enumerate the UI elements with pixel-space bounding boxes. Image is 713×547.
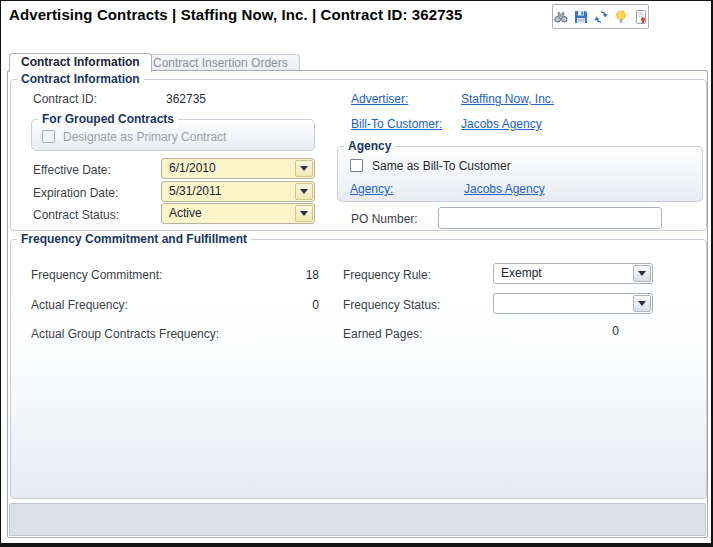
save-icon[interactable] [573,9,589,25]
effective-date-value: 6/1/2010 [169,159,216,178]
frequency-commitment-label: Frequency Commitment: [31,268,162,282]
same-as-bill-to-label: Same as Bill-To Customer [372,159,511,173]
designate-primary-checkbox [42,130,55,143]
expiration-date-combobox[interactable]: 5/31/2011 [161,181,315,202]
chevron-down-icon[interactable] [295,183,313,200]
contract-id-label: Contract ID: [33,92,97,106]
frequency-groupbox: Frequency Commitment and Fulfillment Fre… [10,239,707,499]
report-document-icon[interactable] [633,9,649,25]
tab-label: Contract Information [21,55,140,69]
contract-id-value: 362735 [166,92,206,106]
bill-to-customer-label-link[interactable]: Bill-To Customer: [351,117,442,131]
groupbox-legend: For Grouped Contracts [38,112,178,126]
frequency-status-combobox[interactable] [493,293,653,314]
advertiser-value-link[interactable]: Staffing Now, Inc. [461,92,554,106]
groupbox-legend: Agency [344,139,395,153]
frequency-rule-combobox[interactable]: Exempt [493,263,653,284]
effective-date-combobox[interactable]: 6/1/2010 [161,158,315,179]
actual-group-contracts-frequency-label: Actual Group Contracts Frequency: [31,327,219,341]
expiration-date-label: Expiration Date: [33,186,118,200]
po-number-input[interactable] [438,207,662,229]
effective-date-label: Effective Date: [33,163,111,177]
actual-frequency-label: Actual Frequency: [31,298,128,312]
chevron-down-icon[interactable] [633,295,651,312]
contract-status-label: Contract Status: [33,208,119,222]
frequency-rule-label: Frequency Rule: [343,268,431,282]
actual-frequency-value: 0 [281,298,319,312]
designate-primary-label: Designate as Primary Contract [63,130,226,144]
tab-contract-insertion-orders[interactable]: Contract Insertion Orders [141,54,300,71]
chevron-down-icon[interactable] [295,205,313,222]
frequency-rule-value: Exempt [501,264,542,283]
chevron-down-icon[interactable] [633,265,651,282]
agency-value-link[interactable]: Jacobs Agency [464,182,545,196]
contract-tab-page: Contract Information Contract ID: 362735… [7,70,708,538]
earned-pages-label: Earned Pages: [343,327,422,341]
application-window: Advertising Contracts | Staffing Now, In… [0,0,713,547]
binoculars-search-icon[interactable] [553,9,569,25]
tab-label: Contract Insertion Orders [153,56,288,70]
contract-information-groupbox: Contract Information Contract ID: 362735… [10,79,707,231]
page-title: Advertising Contracts | Staffing Now, In… [9,6,462,23]
agency-groupbox: Agency Same as Bill-To Customer Agency: … [337,146,703,202]
bill-to-customer-value-link[interactable]: Jacobs Agency [461,117,542,131]
expiration-date-value: 5/31/2011 [169,182,222,201]
chevron-down-icon[interactable] [295,160,313,177]
grouped-contracts-groupbox: For Grouped Contracts Designate as Prima… [31,119,315,151]
earned-pages-value: 0 [571,324,619,338]
frequency-commitment-value: 18 [281,268,319,282]
refresh-icon[interactable] [593,9,609,25]
frequency-status-label: Frequency Status: [343,298,440,312]
contract-status-combobox[interactable]: Active [161,203,315,224]
toolbar [552,4,649,29]
advertiser-label-link[interactable]: Advertiser: [351,92,408,106]
status-bar [9,503,706,536]
same-as-bill-to-checkbox[interactable] [350,159,363,172]
agency-label-link[interactable]: Agency: [350,182,393,196]
contract-status-value: Active [169,204,202,223]
tab-contract-information[interactable]: Contract Information [9,53,152,72]
groupbox-legend: Frequency Commitment and Fulfillment [17,232,251,246]
groupbox-legend: Contract Information [17,72,144,86]
hint-bulb-icon[interactable] [613,9,629,25]
po-number-label: PO Number: [351,212,418,226]
